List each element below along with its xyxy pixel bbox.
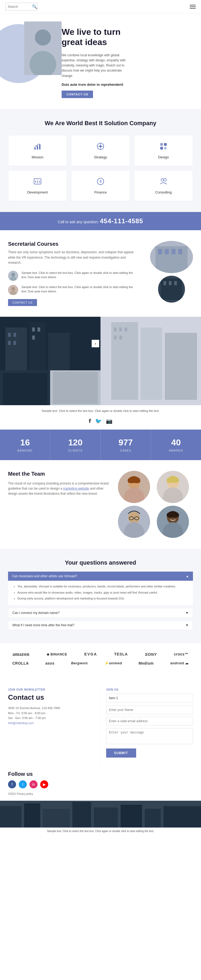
hero-description: We combine local knowledge with global e… (62, 53, 131, 78)
follow-youtube-icon[interactable]: ▶ (40, 780, 48, 788)
search-input[interactable] (8, 5, 32, 9)
svg-rect-31 (178, 249, 182, 254)
svg-rect-5 (39, 144, 40, 150)
svg-rect-55 (111, 322, 138, 400)
hero-cta-button[interactable]: CONTACT US (62, 91, 93, 98)
stat-banking: 16 BANKING (0, 430, 50, 460)
svg-rect-48 (32, 336, 35, 339)
partner-android: android ☁ (170, 661, 189, 665)
faq-question-2[interactable]: Can I connect my domain name? ▼ (8, 608, 193, 618)
follow-section: Follow us f t in ▶ ©2021 Privacy policy (0, 765, 201, 801)
card-finance[interactable]: $ Finance (71, 170, 130, 201)
hero-section: We live to turn great ideas We combine l… (0, 13, 201, 109)
submit-button[interactable]: SUBMIT (106, 748, 136, 757)
contact-address-line1: 3045 10 Sunrise Avenue, 123-456-7890 (8, 706, 95, 711)
twitter-icon[interactable]: 🐦 (95, 418, 102, 424)
gallery-next-arrow[interactable]: › (92, 340, 99, 347)
svg-rect-59 (119, 328, 122, 331)
svg-rect-61 (114, 336, 116, 339)
gallery-image-bottom-left (0, 370, 50, 405)
team-avatar-4 (157, 506, 189, 538)
partners-row-1: amazon ◈ BINANCE EVGA TESLA SONY crocs™ (5, 651, 196, 657)
phone-banner: Call to ask any question: 454-111-4585 (0, 212, 201, 230)
svg-rect-62 (119, 336, 122, 339)
instagram-icon[interactable]: 📷 (106, 418, 113, 424)
svg-rect-28 (158, 249, 162, 254)
contact-email-input[interactable] (106, 717, 193, 725)
svg-rect-44 (8, 341, 11, 345)
testimonial-2: Sample text. Click to select the text bo… (8, 285, 134, 295)
join-us-select[interactable]: Item 1 Item 2 Item 3 (106, 694, 193, 702)
card-design[interactable]: Design (134, 135, 193, 166)
secretarial-right (139, 241, 193, 302)
contact-section: JOIN OUR NEWSLETTER Contact us 3045 10 S… (0, 678, 201, 765)
contact-message-input[interactable] (106, 728, 193, 744)
team-link[interactable]: marketing website (63, 487, 89, 490)
testimonial-1: Sample text. Click to select the text bo… (8, 270, 134, 281)
faq-answer-1-item-2: Anyone who would like to showcase audio,… (18, 590, 189, 595)
partner-crocs: crocs™ (174, 652, 188, 656)
card-strategy[interactable]: Strategy (71, 135, 130, 166)
card-mission[interactable]: Mission (8, 135, 67, 166)
card-development-label: Development (12, 190, 63, 194)
faq-chevron-2: ▼ (185, 611, 189, 615)
faq-item-1: Can musicians and other artists use Vimv… (8, 571, 193, 605)
hero-person-image (24, 21, 62, 75)
stats-section: 16 BANKING 120 CLIENTS 977 CASES 40 AWAR… (0, 430, 201, 460)
svg-text:$: $ (100, 180, 102, 183)
search-box[interactable]: 🔍 (5, 3, 38, 10)
testimonial-1-text: Sample text. Click to select the text bo… (21, 270, 134, 281)
svg-rect-12 (160, 147, 163, 150)
svg-rect-81 (43, 809, 70, 827)
stat-awards-number: 40 (153, 438, 198, 447)
partners-row-2: CROLLA asos Bergwois ⚡unimed Medium andr… (5, 661, 196, 665)
contact-layout: JOIN OUR NEWSLETTER Contact us 3045 10 S… (0, 678, 201, 765)
team-left: Meet the Team The result of our company … (8, 471, 110, 496)
faq-question-1[interactable]: Can musicians and other artists use Vimv… (8, 571, 193, 581)
card-development[interactable]: Development (8, 170, 67, 201)
gallery-bottom-row (0, 370, 100, 405)
team-description: The result of our company branding proce… (8, 481, 110, 496)
card-consulting-label: Consulting (138, 190, 189, 194)
facebook-icon[interactable]: 𝗳 (89, 418, 91, 424)
hamburger-menu[interactable] (190, 5, 196, 9)
hero-title: We live to turn great ideas (62, 27, 131, 48)
contact-name-input[interactable] (106, 706, 193, 714)
svg-point-70 (128, 512, 140, 523)
card-consulting[interactable]: Consulting (134, 170, 193, 201)
design-icon (138, 142, 189, 153)
svg-rect-41 (72, 325, 96, 370)
stat-cases: 977 CASES (101, 430, 151, 460)
follow-title: Follow us (8, 771, 193, 777)
join-us-label: Join Us (106, 688, 193, 691)
gallery-image-top: › (0, 317, 100, 370)
stat-cases-number: 977 (104, 438, 148, 447)
follow-instagram-icon[interactable]: in (29, 780, 38, 788)
svg-rect-3 (34, 147, 36, 150)
avatar-1 (8, 270, 18, 281)
svg-rect-56 (141, 328, 162, 400)
stat-banking-label: BANKING (3, 449, 48, 452)
svg-rect-50 (3, 373, 48, 405)
follow-facebook-icon[interactable]: f (8, 780, 16, 788)
gallery-left: › (0, 317, 100, 405)
svg-rect-86 (163, 806, 201, 827)
partners-section: amazon ◈ BINANCE EVGA TESLA SONY crocs™ … (0, 643, 201, 678)
stat-awards-label: AWARDS (153, 449, 198, 452)
testimonial-2-text: Sample text. Click to select the text bo… (21, 285, 134, 295)
hero-right-content: We live to turn great ideas We combine l… (62, 27, 131, 98)
faq-item-2: Can I connect my domain name? ▼ (8, 608, 193, 618)
card-mission-label: Mission (12, 155, 63, 159)
contact-email-link[interactable]: Info@1denting.com (8, 721, 34, 725)
follow-twitter-icon[interactable]: t (19, 780, 27, 788)
svg-point-18 (161, 178, 164, 181)
stat-cases-label: CASES (104, 449, 148, 452)
card-finance-label: Finance (75, 190, 126, 194)
faq-answer-1-item-1: Yes, absolutely. Vimcast is suitable for… (18, 584, 189, 589)
secretarial-cta-button[interactable]: CONTACT US (8, 299, 37, 306)
faq-question-3[interactable]: What if I need more time after the free … (8, 620, 193, 630)
team-avatar-3 (118, 506, 150, 538)
contact-address: 3045 10 Sunrise Avenue, 123-456-7890 Mon… (8, 706, 95, 726)
svg-point-9 (99, 145, 102, 147)
gallery-image-bottom-right (50, 370, 100, 405)
